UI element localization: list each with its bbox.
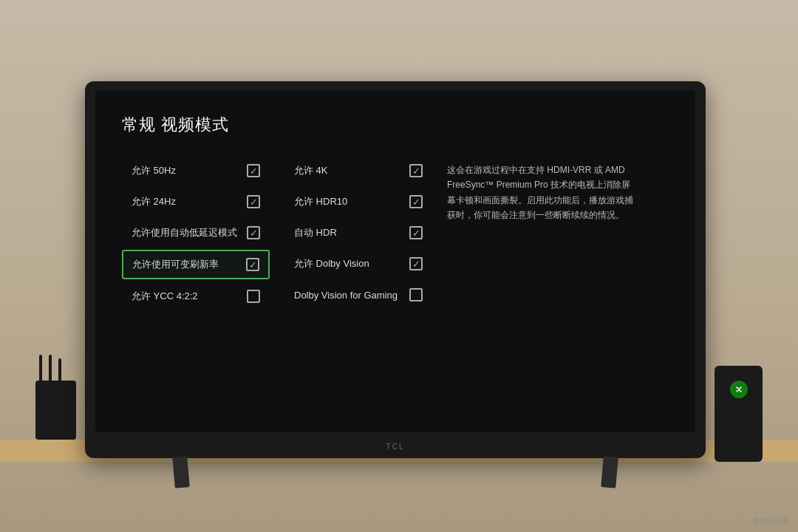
antenna-1 [39, 355, 42, 383]
tv-brand-label: TCL [386, 443, 405, 451]
right-column: 允许 4K ✓ 允许 HDR10 ✓ 自动 HDR ✓ 允许 Dolby Vis… [284, 157, 432, 310]
checkbox-4k: ✓ [409, 164, 423, 177]
tv-stand-right [601, 456, 618, 488]
setting-ycc[interactable]: 允许 YCC 4:2:2 ✓ [122, 282, 270, 310]
setting-label: Dolby Vision for Gaming [294, 290, 398, 301]
antenna-3 [58, 358, 61, 385]
checkbox-24hz: ✓ [247, 195, 260, 208]
tv-screen: 常规 视频模式 允许 50Hz ✓ 允许 24Hz ✓ 允许使用自动低延迟模式 … [95, 90, 695, 432]
setting-label: 允许使用可变刷新率 [132, 258, 219, 271]
setting-dolby-vision[interactable]: 允许 Dolby Vision ✓ [284, 250, 432, 278]
checkbox-dolby-gaming: ✓ [409, 288, 423, 301]
setting-auto-low-latency[interactable]: 允许使用自动低延迟模式 ✓ [122, 219, 270, 247]
setting-label: 允许 YCC 4:2:2 [132, 290, 198, 303]
page-title: 常规 视频模式 [122, 114, 669, 136]
checkbox-hdr10: ✓ [409, 195, 423, 208]
left-column: 允许 50Hz ✓ 允许 24Hz ✓ 允许使用自动低延迟模式 ✓ 允许使用可变… [122, 157, 270, 310]
checkbox-dolby: ✓ [409, 257, 423, 270]
settings-layout: 允许 50Hz ✓ 允许 24Hz ✓ 允许使用自动低延迟模式 ✓ 允许使用可变… [122, 157, 669, 310]
setting-allow-4k[interactable]: 允许 4K ✓ [284, 157, 432, 185]
checkbox-ycc: ✓ [247, 290, 260, 303]
checkbox-50hz: ✓ [247, 164, 260, 177]
xbox-settings-screen: 常规 视频模式 允许 50Hz ✓ 允许 24Hz ✓ 允许使用自动低延迟模式 … [95, 90, 695, 432]
setting-auto-hdr[interactable]: 自动 HDR ✓ [284, 219, 432, 247]
description-panel: 这会在游戏过程中在支持 HDMI-VRR 或 AMD FreeSync™ Pre… [447, 157, 639, 310]
setting-dolby-gaming[interactable]: Dolby Vision for Gaming ✓ [284, 281, 432, 309]
setting-allow-50hz[interactable]: 允许 50Hz ✓ [122, 157, 270, 185]
setting-label: 自动 HDR [294, 226, 337, 239]
xbox-logo [730, 381, 748, 398]
setting-label: 允许使用自动低延迟模式 [132, 226, 237, 239]
checkbox-vrr: ✓ [246, 258, 259, 271]
setting-hdr10[interactable]: 允许 HDR10 ✓ [284, 188, 432, 216]
xbox-console [715, 366, 763, 462]
setting-label: 允许 Dolby Vision [294, 257, 369, 270]
setting-label: 允许 HDR10 [294, 195, 347, 208]
setting-label: 允许 24Hz [132, 195, 176, 208]
antenna-2 [49, 355, 52, 386]
tv-body: 常规 视频模式 允许 50Hz ✓ 允许 24Hz ✓ 允许使用自动低延迟模式 … [85, 81, 706, 458]
checkbox-auto-latency: ✓ [247, 226, 260, 239]
setting-label: 允许 50Hz [132, 164, 176, 177]
router [35, 381, 76, 440]
setting-vrr[interactable]: 允许使用可变刷新率 ✓ [122, 250, 270, 279]
checkbox-auto-hdr: ✓ [409, 226, 423, 239]
setting-label: 允许 4K [294, 164, 328, 177]
setting-allow-24hz[interactable]: 允许 24Hz ✓ [122, 188, 270, 216]
watermark: 值什么得买 [752, 516, 789, 526]
tv-stand-left [172, 456, 190, 488]
